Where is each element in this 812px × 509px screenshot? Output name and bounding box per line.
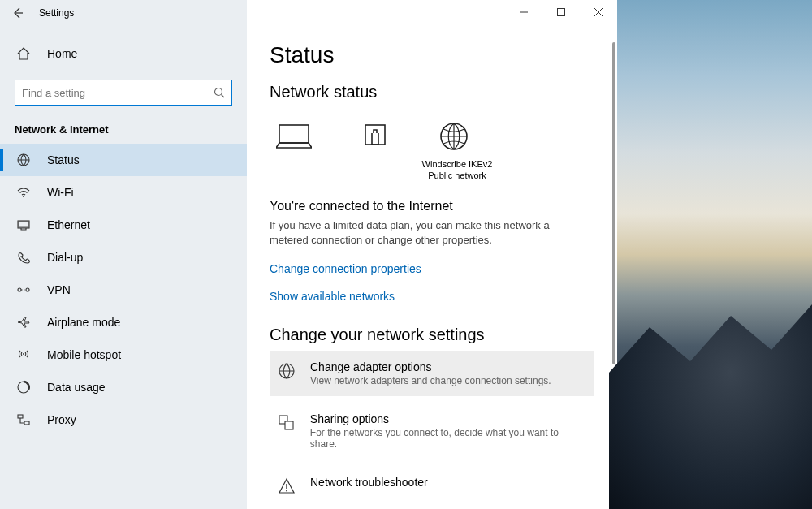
svg-rect-12: [279, 125, 309, 143]
svg-point-5: [18, 288, 21, 291]
option-title: Sharing options: [310, 412, 586, 425]
troubleshooter-icon: [278, 477, 299, 495]
option-troubleshooter[interactable]: Network troubleshooter: [270, 466, 594, 505]
minimize-button[interactable]: [505, 0, 542, 24]
proxy-icon: [15, 412, 32, 427]
vpn-icon: [15, 283, 32, 297]
nav-label: Data usage: [47, 381, 106, 394]
sidebar-item-proxy[interactable]: Proxy: [0, 403, 247, 436]
search-input[interactable]: [22, 87, 214, 99]
category-heading: Network & Internet: [15, 123, 232, 136]
nav-label: Mobile hotspot: [47, 348, 121, 361]
network-diagram: [276, 121, 594, 152]
adapter-icon: [362, 122, 388, 151]
sidebar-item-datausage[interactable]: Data usage: [0, 371, 247, 403]
option-title: Change adapter options: [310, 360, 551, 373]
sharing-icon: [278, 414, 299, 432]
home-icon: [15, 46, 32, 61]
nav-label: Dial-up: [47, 251, 83, 264]
hotspot-icon: [15, 347, 32, 362]
status-icon: [15, 153, 32, 167]
nav-label: Wi-Fi: [47, 186, 74, 199]
sidebar-item-status[interactable]: Status: [0, 144, 247, 176]
search-box[interactable]: [15, 80, 232, 106]
svg-rect-13: [365, 125, 385, 145]
diagram-line: [395, 132, 432, 132]
svg-rect-9: [18, 415, 23, 418]
option-title: Network troubleshooter: [310, 476, 428, 489]
nav-label: Proxy: [47, 413, 76, 426]
globe-icon: [438, 121, 469, 152]
option-sharing[interactable]: Sharing options For the networks you con…: [270, 403, 594, 459]
sidebar-item-airplane[interactable]: Airplane mode: [0, 306, 247, 339]
option-change-adapter[interactable]: Change adapter options View network adap…: [270, 351, 594, 396]
datausage-icon: [15, 380, 32, 395]
svg-rect-4: [19, 222, 28, 227]
sidebar-item-hotspot[interactable]: Mobile hotspot: [0, 339, 247, 371]
sidebar-item-vpn[interactable]: VPN: [0, 274, 247, 306]
ethernet-icon: [15, 218, 32, 232]
back-button[interactable]: [5, 0, 31, 26]
status-description: If you have a limited data plan, you can…: [270, 218, 578, 248]
nav-label: Ethernet: [47, 218, 90, 231]
home-link[interactable]: Home: [0, 37, 247, 70]
window-title: Settings: [39, 7, 74, 19]
nav-label: VPN: [47, 283, 71, 296]
svg-rect-11: [558, 9, 565, 16]
airplane-icon: [15, 315, 32, 330]
svg-rect-10: [24, 421, 29, 425]
settings-window: Settings Home Network & Internet Status: [0, 0, 617, 509]
link-change-connection-properties[interactable]: Change connection properties: [270, 262, 594, 275]
svg-point-0: [215, 88, 222, 96]
svg-rect-17: [285, 421, 293, 429]
diagram-label: Windscribe IKEv2 Public network: [320, 158, 594, 181]
nav-list: Status Wi-Fi Ethernet Dial-up: [0, 144, 247, 436]
svg-point-2: [23, 196, 24, 197]
svg-point-7: [23, 353, 24, 355]
sidebar-item-ethernet[interactable]: Ethernet: [0, 209, 247, 241]
section-change-settings: Change your network settings: [270, 326, 594, 344]
section-network-status: Network status: [270, 83, 594, 101]
search-icon: [214, 87, 225, 98]
close-button[interactable]: [580, 0, 617, 24]
adapter-name: Windscribe IKEv2: [320, 158, 594, 170]
option-desc: View network adapters and change connect…: [310, 375, 551, 386]
diagram-line: [318, 132, 356, 132]
link-show-available-networks[interactable]: Show available networks: [270, 290, 594, 303]
maximize-button[interactable]: [542, 0, 580, 24]
svg-point-18: [286, 490, 287, 492]
dialup-icon: [15, 250, 32, 265]
home-label: Home: [47, 47, 77, 60]
network-type: Public network: [320, 170, 594, 181]
scrollbar[interactable]: [612, 42, 615, 503]
wifi-icon: [15, 185, 32, 200]
sidebar-item-dialup[interactable]: Dial-up: [0, 241, 247, 274]
status-heading: You're connected to the Internet: [270, 199, 594, 214]
adapter-options-icon: [278, 362, 299, 380]
nav-label: Status: [47, 153, 80, 166]
sidebar-item-wifi[interactable]: Wi-Fi: [0, 176, 247, 209]
scrollbar-thumb[interactable]: [612, 42, 615, 364]
titlebar: Settings: [0, 0, 247, 26]
content-pane: Status Network status Windscribe IKEv2 P…: [247, 0, 617, 509]
sidebar: Settings Home Network & Internet Status: [0, 0, 247, 509]
nav-label: Airplane mode: [47, 316, 120, 329]
page-title: Status: [270, 42, 594, 68]
window-controls: [505, 0, 617, 24]
computer-icon: [276, 122, 312, 151]
svg-point-6: [26, 288, 29, 291]
option-desc: For the networks you connect to, decide …: [310, 427, 586, 450]
